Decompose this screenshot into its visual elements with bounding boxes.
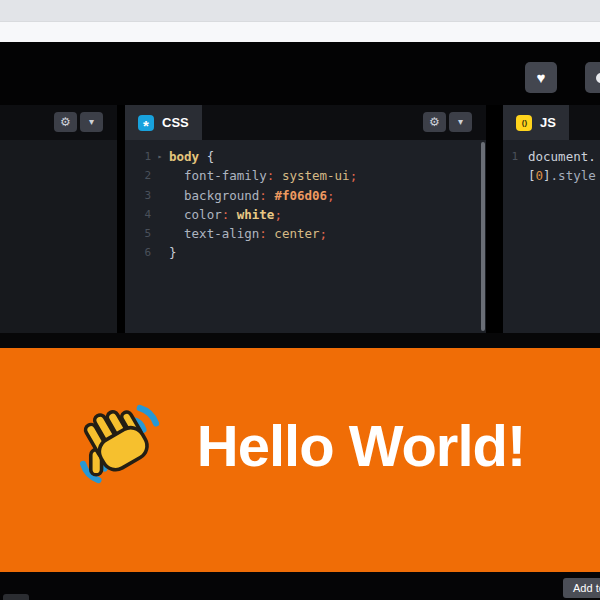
line-number: 5 xyxy=(125,224,151,243)
code-line[interactable]: 2 font-family: system-ui; xyxy=(125,166,486,185)
line-number xyxy=(503,166,518,185)
code-line[interactable]: 5 text-align: center; xyxy=(125,224,486,243)
partial-button-icon xyxy=(596,73,600,83)
browser-chrome-band xyxy=(0,0,600,21)
html-panel-tabbar: ⚙ ▾ xyxy=(0,105,117,140)
line-number: 1 xyxy=(125,147,151,166)
code-line[interactable]: 1document. xyxy=(503,147,600,166)
css-code-editor[interactable]: 1▸body {2 font-family: system-ui;3 backg… xyxy=(125,140,486,333)
code-text: background: #f06d06; xyxy=(169,186,335,205)
chevron-down-icon: ▾ xyxy=(89,116,94,127)
tab-css[interactable]: * CSS xyxy=(125,105,202,140)
code-text: font-family: system-ui; xyxy=(169,166,357,185)
fold-marker-icon xyxy=(151,224,169,243)
fold-marker-icon xyxy=(151,205,169,224)
line-number: 6 xyxy=(125,243,151,262)
css-editor-scrollbar[interactable] xyxy=(481,142,485,331)
code-line[interactable]: 3 background: #f06d06; xyxy=(125,186,486,205)
js-code-editor[interactable]: 1document.[0].style xyxy=(503,140,600,333)
preview-content: Hello World! xyxy=(0,333,600,557)
fold-marker-icon xyxy=(151,243,169,262)
preview-heading: Hello World! xyxy=(197,412,525,479)
js-file-icon: ( ) xyxy=(516,115,532,131)
css-panel-collapse-button[interactable]: ▾ xyxy=(449,112,472,132)
css-file-icon: * xyxy=(138,115,154,131)
gear-icon: ⚙ xyxy=(60,115,71,129)
code-line[interactable]: 4 color: white; xyxy=(125,205,486,224)
add-to-button[interactable]: Add to xyxy=(563,578,600,598)
tab-js[interactable]: ( ) JS xyxy=(503,105,569,140)
editor-footer: Add to xyxy=(0,572,600,600)
html-panel-actions: ⚙ ▾ xyxy=(54,112,103,132)
js-code-lines: 1document.[0].style xyxy=(503,140,600,186)
line-number: 2 xyxy=(125,166,151,185)
css-editor-panel: * CSS ⚙ ▾ 1▸body {2 font-family: system-… xyxy=(125,105,486,333)
fold-marker-icon xyxy=(151,166,169,185)
gear-icon: ⚙ xyxy=(429,115,440,129)
js-tab-label: JS xyxy=(540,115,556,130)
code-line[interactable]: 1▸body { xyxy=(125,147,486,166)
page-top-strip xyxy=(0,21,600,42)
js-panel-tabbar: ( ) JS xyxy=(503,105,600,140)
footer-corner-element[interactable] xyxy=(3,594,29,600)
editor-panels-row: ⚙ ▾ * CSS ⚙ xyxy=(0,105,600,333)
fold-marker-icon xyxy=(151,186,169,205)
codepen-editor-page: ♥ ⚙ ▾ * CSS xyxy=(0,0,600,600)
chevron-down-icon: ▾ xyxy=(458,116,463,127)
code-line[interactable]: [0].style xyxy=(503,166,600,185)
editor-header: ♥ xyxy=(0,42,600,105)
line-number: 1 xyxy=(503,147,518,166)
css-code-lines: 1▸body {2 font-family: system-ui;3 backg… xyxy=(125,140,486,263)
code-text: [0].style xyxy=(528,166,596,185)
code-text: document. xyxy=(528,147,596,166)
html-panel-settings-button[interactable]: ⚙ xyxy=(54,112,77,132)
code-text: color: white; xyxy=(169,205,282,224)
css-panel-tabbar: * CSS ⚙ ▾ xyxy=(125,105,486,140)
partial-header-button[interactable] xyxy=(585,62,600,93)
css-tab-label: CSS xyxy=(162,115,189,130)
heart-icon: ♥ xyxy=(537,69,546,86)
html-code-editor[interactable] xyxy=(0,140,117,333)
waving-hand-emoji xyxy=(75,400,165,490)
css-panel-actions: ⚙ ▾ xyxy=(423,112,472,132)
line-number: 3 xyxy=(125,186,151,205)
preview-pane: Hello World! xyxy=(0,348,600,572)
js-editor-panel: ( ) JS 1document.[0].style xyxy=(503,105,600,333)
code-text: text-align: center; xyxy=(169,224,327,243)
line-number: 4 xyxy=(125,205,151,224)
code-line[interactable]: 6} xyxy=(125,243,486,262)
like-button[interactable]: ♥ xyxy=(525,62,557,93)
css-panel-settings-button[interactable]: ⚙ xyxy=(423,112,446,132)
fold-marker-icon[interactable]: ▸ xyxy=(151,147,169,166)
html-panel-collapse-button[interactable]: ▾ xyxy=(80,112,103,132)
code-text: body { xyxy=(169,147,214,166)
html-editor-panel: ⚙ ▾ xyxy=(0,105,117,333)
code-text: } xyxy=(169,243,177,262)
